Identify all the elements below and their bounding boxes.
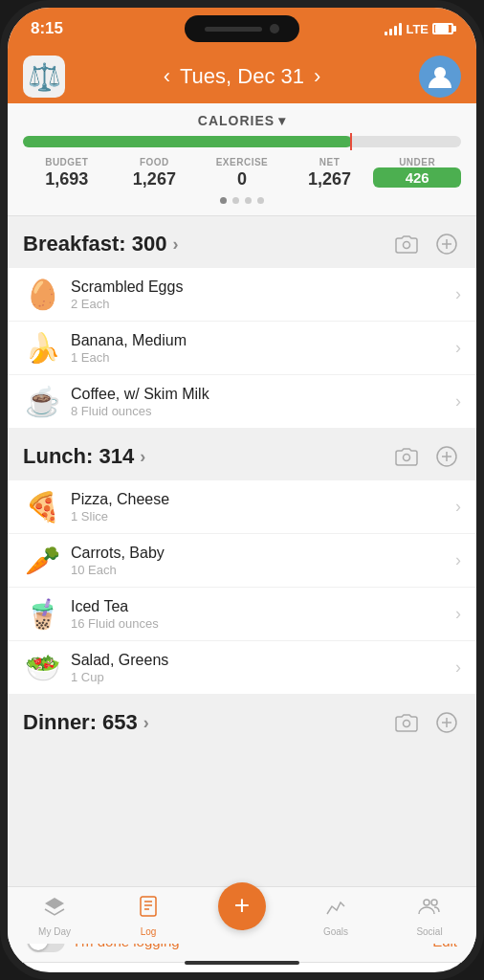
svg-point-3 (404, 455, 410, 461)
food-label: FOOD (111, 157, 199, 167)
stat-food: FOOD 1,267 (111, 157, 199, 189)
food-info: Carrots, Baby 10 Each (61, 545, 455, 577)
svg-point-9 (431, 900, 437, 905)
add-button[interactable]: + (218, 882, 266, 930)
progress-fill (23, 136, 352, 147)
budget-label: BUDGET (23, 157, 111, 167)
breakfast-foods: 🥚 Scrambled Eggs 2 Each › 🍌 Banana, Medi… (8, 268, 476, 429)
tab-log[interactable]: Log (101, 895, 195, 937)
chevron-right-icon: › (455, 497, 461, 517)
food-info: Coffee, w/ Skim Milk 8 Fluid ounces (61, 386, 455, 418)
svg-point-5 (404, 721, 410, 727)
food-item[interactable]: 🥕 Carrots, Baby 10 Each › (8, 534, 476, 588)
tab-bar: My Day Log + Goals (8, 886, 476, 944)
tab-add[interactable]: + (195, 902, 289, 930)
tab-log-label: Log (141, 926, 157, 937)
current-date[interactable]: Tues, Dec 31 (180, 64, 304, 89)
speaker (205, 27, 262, 32)
svg-point-1 (404, 242, 410, 249)
header-nav: ⚖️ ‹ Tues, Dec 31 › (8, 50, 476, 103)
next-day-button[interactable]: › (314, 64, 320, 89)
page-dots (23, 197, 461, 204)
breakfast-title[interactable]: Breakfast: 300 › (23, 232, 178, 256)
tab-social[interactable]: Social (383, 895, 476, 937)
dot-3 (245, 197, 252, 204)
tab-goals-label: Goals (323, 926, 348, 937)
food-serving: 2 Each (71, 297, 455, 311)
meal-scroll-area[interactable]: Breakfast: 300 › (8, 216, 476, 919)
calories-title[interactable]: CALORIES ▾ (23, 113, 461, 128)
food-info: Scrambled Eggs 2 Each (61, 278, 455, 311)
home-indicator (185, 961, 299, 965)
lunch-add-button[interactable] (432, 442, 461, 471)
food-info: Salad, Greens 1 Cup (61, 652, 455, 684)
food-serving: 10 Each (71, 563, 455, 577)
chevron-right-icon: › (455, 391, 461, 412)
food-name: Coffee, w/ Skim Milk (71, 386, 455, 403)
food-serving: 8 Fluid ounces (71, 404, 455, 418)
stat-exercise: EXERCISE 0 (198, 157, 286, 189)
scrambled-eggs-icon: 🥚 (23, 278, 61, 311)
calories-label: CALORIES (198, 113, 275, 128)
banana-icon: 🍌 (23, 331, 61, 365)
food-serving: 1 Slice (71, 509, 455, 523)
dot-4 (257, 197, 264, 204)
avatar[interactable] (419, 56, 461, 98)
food-value: 1,267 (111, 169, 199, 189)
budget-value: 1,693 (23, 169, 111, 189)
calories-section: CALORIES ▾ BUDGET 1,693 FOOD 1,267 EXERC… (8, 103, 476, 216)
food-item[interactable]: 🧋 Iced Tea 16 Fluid ounces › (8, 588, 476, 641)
breakfast-add-button[interactable] (432, 230, 461, 258)
my-day-icon (43, 895, 66, 924)
carrots-icon: 🥕 (23, 544, 61, 577)
signal-icon (385, 22, 402, 35)
food-serving: 1 Cup (71, 670, 455, 684)
lunch-camera-button[interactable] (392, 442, 421, 471)
dinner-title[interactable]: Dinner: 653 › (23, 710, 149, 735)
dinner-add-button[interactable] (432, 708, 461, 737)
battery-icon (432, 23, 453, 34)
progress-marker (350, 133, 352, 150)
food-name: Salad, Greens (71, 652, 455, 669)
calories-stats: BUDGET 1,693 FOOD 1,267 EXERCISE 0 NET 1… (23, 157, 461, 189)
scale-icon[interactable]: ⚖️ (23, 56, 65, 98)
lunch-icons (392, 442, 461, 471)
chevron-right-icon: › (455, 284, 461, 304)
notch (185, 15, 299, 42)
dinner-icons (392, 708, 461, 737)
food-info: Pizza, Cheese 1 Slice (61, 491, 455, 523)
stat-budget: BUDGET 1,693 (23, 157, 111, 189)
phone-frame: 8:15 LTE ⚖️ ‹ Tues, Dec 31 › (0, 0, 484, 980)
dinner-header: Dinner: 653 › (8, 695, 476, 746)
dinner-camera-button[interactable] (392, 708, 421, 737)
status-right: LTE (385, 22, 453, 36)
food-serving: 16 Fluid ounces (71, 616, 455, 631)
food-item[interactable]: 🥗 Salad, Greens 1 Cup › (8, 641, 476, 695)
food-item[interactable]: 🥚 Scrambled Eggs 2 Each › (8, 268, 476, 322)
tab-my-day[interactable]: My Day (8, 895, 101, 937)
tab-goals[interactable]: Goals (289, 895, 383, 937)
food-item[interactable]: 🍌 Banana, Medium 1 Each › (8, 322, 476, 375)
breakfast-header: Breakfast: 300 › (8, 216, 476, 268)
food-info: Banana, Medium 1 Each (61, 332, 455, 365)
goals-icon (324, 895, 347, 924)
chevron-right-icon: › (455, 657, 461, 678)
lunch-title[interactable]: Lunch: 314 › (23, 444, 145, 469)
food-item[interactable]: ☕ Coffee, w/ Skim Milk 8 Fluid ounces › (8, 375, 476, 429)
lunch-label: Lunch: 314 (23, 444, 134, 469)
social-icon (418, 895, 441, 924)
breakfast-arrow-icon: › (172, 234, 178, 255)
breakfast-icons (392, 230, 461, 258)
net-value: 1,267 (286, 169, 374, 189)
progress-bar (23, 136, 461, 147)
battery-fill (435, 25, 449, 33)
breakfast-camera-button[interactable] (392, 230, 421, 258)
add-icon: + (234, 892, 250, 919)
food-item[interactable]: 🍕 Pizza, Cheese 1 Slice › (8, 480, 476, 534)
network-label: LTE (406, 22, 429, 36)
pizza-icon: 🍕 (23, 490, 61, 523)
prev-day-button[interactable]: ‹ (164, 64, 170, 89)
food-name: Iced Tea (71, 598, 455, 615)
iced-tea-icon: 🧋 (23, 597, 61, 631)
lunch-foods: 🍕 Pizza, Cheese 1 Slice › 🥕 Carrots, Bab… (8, 480, 476, 695)
